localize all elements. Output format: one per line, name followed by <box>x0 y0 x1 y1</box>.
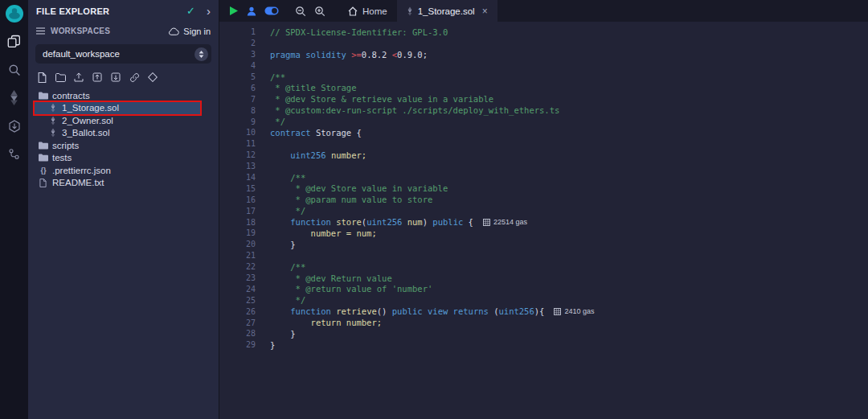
code-line-28[interactable]: 28 } <box>219 328 868 339</box>
line-number: 13 <box>219 162 256 170</box>
line-number: 2 <box>219 39 256 47</box>
tree-item-3-ballot-sol[interactable]: 3_Ballot.sol <box>35 127 200 140</box>
link-icon[interactable] <box>129 72 140 83</box>
search-icon[interactable] <box>0 55 28 84</box>
code-text: contract Storage { <box>256 128 362 138</box>
sign-in-button[interactable]: Sign in <box>168 27 211 36</box>
tree-item-scripts[interactable]: scripts <box>35 139 200 152</box>
tree-item-tests[interactable]: tests <box>35 152 200 165</box>
tab-label: Home <box>362 6 387 16</box>
tab-label: 1_Storage.sol <box>418 6 475 16</box>
code-line-23[interactable]: 23 * @dev Return value <box>219 273 868 284</box>
editor-area: Home 1_Storage.sol × 1// SPDX-License-Id… <box>219 0 868 419</box>
code-line-13[interactable]: 13 <box>219 161 868 172</box>
tree-item-1-storage-sol[interactable]: 1_Storage.sol <box>35 102 200 115</box>
zoom-in-icon[interactable] <box>314 6 326 17</box>
code-line-4[interactable]: 4 <box>219 60 868 72</box>
workspace-select-arrows-icon[interactable] <box>194 47 208 61</box>
line-number: 29 <box>219 340 256 349</box>
toggle-icon[interactable] <box>264 6 279 15</box>
code-line-12[interactable]: 12 uint256 number; <box>219 150 868 161</box>
code-line-21[interactable]: 21 <box>219 250 868 261</box>
solidity-icon <box>407 6 413 16</box>
code-line-6[interactable]: 6 * @title Storage <box>219 82 868 93</box>
line-number: 25 <box>219 296 256 305</box>
file-explorer-toolbar <box>28 67 219 85</box>
accounts-icon[interactable] <box>246 6 257 17</box>
code-line-18[interactable]: 18 function store(uint256 num) public {2… <box>219 216 868 228</box>
code-line-29[interactable]: 29} <box>219 339 868 351</box>
tree-item-label: contracts <box>52 91 90 101</box>
code-line-10[interactable]: 10contract Storage { <box>219 127 868 138</box>
new-folder-icon[interactable] <box>55 72 66 83</box>
code-line-11[interactable]: 11 <box>219 138 868 150</box>
code-line-1[interactable]: 1// SPDX-License-Identifier: GPL-3.0 <box>219 27 868 38</box>
cloud-icon <box>168 27 179 35</box>
solidity-compiler-icon[interactable] <box>0 84 28 112</box>
tab-1-storage-sol[interactable]: 1_Storage.sol × <box>397 0 497 22</box>
gas-grid-icon <box>483 219 490 226</box>
code-text: */ <box>256 117 285 126</box>
zoom-out-icon[interactable] <box>295 6 306 17</box>
code-line-27[interactable]: 27 return number; <box>219 317 868 328</box>
code-text: * @return value of 'number' <box>256 284 432 294</box>
import-icon[interactable] <box>110 72 121 83</box>
code-line-26[interactable]: 26 function retrieve() public view retur… <box>219 306 868 317</box>
code-text: uint256 number; <box>256 150 366 160</box>
code-line-24[interactable]: 24 * @return value of 'number' <box>219 283 868 294</box>
code-line-2[interactable]: 2 <box>219 38 868 49</box>
tree-item-readme-txt[interactable]: README.txt <box>35 177 200 190</box>
play-icon[interactable] <box>228 6 239 16</box>
gist-icon[interactable] <box>147 72 158 83</box>
remix-logo[interactable] <box>0 0 28 27</box>
plugin-manager-icon[interactable] <box>0 140 28 168</box>
editor-tab-bar: Home 1_Storage.sol × <box>219 0 868 22</box>
tree-item-2-owner-sol[interactable]: 2_Owner.sol <box>35 114 200 127</box>
code-line-14[interactable]: 14 /** <box>219 172 868 183</box>
sign-in-label: Sign in <box>183 27 211 36</box>
code-line-17[interactable]: 17 */ <box>219 205 868 216</box>
remix-ide-window: FILE EXPLORER ✓ › WORKSPACES Sign in def… <box>0 0 868 419</box>
hamburger-menu-icon[interactable] <box>36 27 45 35</box>
line-number: 14 <box>219 173 256 182</box>
file-explorer-icon[interactable] <box>0 27 28 55</box>
code-line-15[interactable]: 15 * @dev Store value in variable <box>219 183 868 194</box>
code-line-3[interactable]: 3pragma solidity >=0.8.2 <0.9.0; <box>219 49 868 60</box>
code-text: * @dev Store value in variable <box>256 183 448 193</box>
code-line-25[interactable]: 25 */ <box>219 294 868 306</box>
new-file-icon[interactable] <box>36 72 47 83</box>
workspace-select[interactable]: default_workspace <box>35 44 211 64</box>
line-number: 18 <box>219 218 256 227</box>
code-line-20[interactable]: 20 } <box>219 239 868 250</box>
code-line-19[interactable]: 19 number = num; <box>219 228 868 239</box>
code-line-9[interactable]: 9 */ <box>219 116 868 127</box>
line-number: 22 <box>219 262 256 271</box>
tree-item-label: README.txt <box>52 178 104 187</box>
tab-home[interactable]: Home <box>338 0 397 22</box>
line-number: 15 <box>219 184 256 193</box>
upload-file-icon[interactable] <box>73 72 84 83</box>
code-line-7[interactable]: 7 * @dev Store & retrieve value in a var… <box>219 93 868 105</box>
code-editor[interactable]: 1// SPDX-License-Identifier: GPL-3.023pr… <box>219 22 868 419</box>
gas-estimate-badge[interactable]: 22514 gas <box>483 218 527 226</box>
gas-estimate-badge[interactable]: 2410 gas <box>554 307 594 315</box>
workspace-select-value: default_workspace <box>43 49 194 59</box>
solidity-file-icon <box>47 116 58 125</box>
deploy-run-icon[interactable] <box>0 112 28 140</box>
checkmark-icon[interactable]: ✓ <box>186 5 195 17</box>
code-line-16[interactable]: 16 * @param num value to store <box>219 194 868 205</box>
chevron-right-icon[interactable]: › <box>207 5 211 17</box>
gas-estimate-label: 2410 gas <box>564 307 594 315</box>
code-line-8[interactable]: 8 * @custom:dev-run-script ./scripts/dep… <box>219 105 868 116</box>
tree-item-contracts[interactable]: contracts <box>35 89 200 102</box>
code-line-5[interactable]: 5/** <box>219 72 868 83</box>
upload-folder-icon[interactable] <box>92 72 103 83</box>
line-number: 3 <box>219 50 256 59</box>
code-line-22[interactable]: 22 /** <box>219 261 868 273</box>
line-number: 9 <box>219 117 256 126</box>
close-tab-icon[interactable]: × <box>482 6 488 17</box>
line-number: 23 <box>219 273 256 282</box>
line-number: 16 <box>219 195 256 204</box>
line-number: 5 <box>219 72 256 81</box>
tree-item--prettierrc-json[interactable]: { }.prettierrc.json <box>35 164 200 177</box>
